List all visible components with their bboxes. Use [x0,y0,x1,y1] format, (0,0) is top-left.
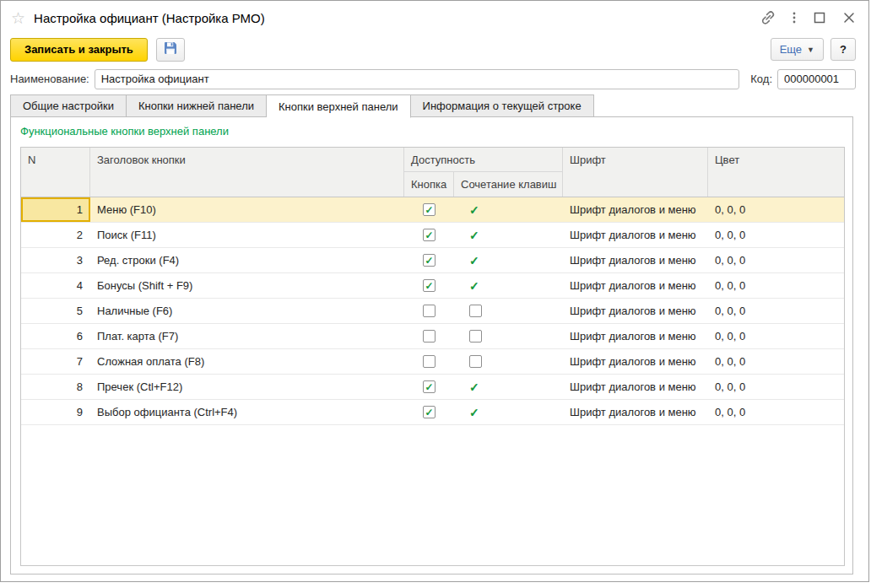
tab-current-row-info[interactable]: Информация о текущей строке [411,94,594,117]
column-header-n: N [21,148,90,197]
font-cell: Шрифт диалогов и меню [563,324,708,348]
font-cell: Шрифт диалогов и меню [563,197,708,222]
font-cell: Шрифт диалогов и меню [563,248,708,272]
font-cell: Шрифт диалогов и меню [563,273,708,298]
checkbox-unchecked-icon[interactable] [469,330,482,343]
button-caption-cell: Плат. карта (F7) [90,324,404,348]
table-row[interactable]: 9 Выбор официанта (Ctrl+F4) ✓ ✓ Шрифт ди… [21,400,844,425]
row-number-cell: 2 [21,223,90,247]
tab-top-panel-buttons[interactable]: Кнопки верхней панели [267,94,411,118]
row-number-cell: 5 [21,299,90,323]
shortcut-enabled-cell [454,349,563,374]
checkbox-checked-icon[interactable]: ✓ [423,203,436,216]
button-caption-cell: Ред. строки (F4) [90,248,404,272]
button-enabled-cell: ✓ [404,375,454,399]
table-row[interactable]: 3 Ред. строки (F4) ✓ ✓ Шрифт диалогов и … [21,248,844,273]
row-number-cell: 9 [21,400,90,424]
maximize-icon[interactable] [812,10,827,25]
font-cell: Шрифт диалогов и меню [563,375,708,399]
color-cell: 0, 0, 0 [708,400,844,424]
check-mark-icon[interactable]: ✓ [469,255,479,267]
table-header: N Заголовок кнопки Доступность Кнопка Со… [21,148,844,197]
checkbox-unchecked-icon[interactable] [423,330,436,343]
more-button[interactable]: Еще ▼ [771,38,824,61]
checkbox-checked-icon[interactable]: ✓ [423,380,436,393]
tab-bottom-panel-buttons[interactable]: Кнопки нижней панели [127,94,267,117]
button-caption-cell: Бонусы (Shift + F9) [90,273,404,298]
font-cell: Шрифт диалогов и меню [563,223,708,247]
table-row[interactable]: 2 Поиск (F11) ✓ ✓ Шрифт диалогов и меню … [21,223,844,248]
shortcut-enabled-cell: ✓ [454,197,563,222]
close-icon[interactable] [841,10,857,25]
column-header-shortcut: Сочетание клавиш [454,172,563,197]
floppy-disk-icon [162,40,179,59]
button-enabled-cell: ✓ [404,400,454,424]
section-heading: Функциональные кнопки верхней панели [20,125,229,138]
table-row[interactable]: 7 Сложная оплата (F8) Шрифт диалогов и м… [21,349,844,375]
check-mark-icon[interactable]: ✓ [469,407,479,418]
title-bar: ☆ Настройка официант (Настройка РМО) [1,1,868,35]
font-cell: Шрифт диалогов и меню [563,349,708,374]
check-mark-icon[interactable]: ✓ [469,280,479,292]
help-button[interactable]: ? [830,38,856,61]
font-cell: Шрифт диалогов и меню [563,400,708,424]
button-enabled-cell [404,349,454,374]
button-enabled-cell: ✓ [404,223,454,247]
column-header-font: Шрифт [563,148,708,197]
checkbox-unchecked-icon[interactable] [423,305,436,317]
checkbox-unchecked-icon[interactable] [469,355,482,368]
checkbox-unchecked-icon[interactable] [469,305,482,317]
shortcut-enabled-cell: ✓ [454,223,563,247]
app-window: ☆ Настройка официант (Настройка РМО) [0,0,869,582]
checkbox-checked-icon[interactable]: ✓ [423,406,436,418]
code-label: Код: [750,73,772,85]
favorite-star-icon[interactable]: ☆ [11,10,25,26]
checkbox-checked-icon[interactable]: ✓ [423,254,436,267]
table-row[interactable]: 5 Наличные (F6) Шрифт диалогов и меню 0,… [21,299,844,324]
check-mark-icon[interactable]: ✓ [469,204,479,216]
row-number-cell: 4 [21,273,90,298]
name-field[interactable] [95,69,740,89]
color-cell: 0, 0, 0 [708,324,844,348]
more-button-label: Еще [780,43,802,56]
color-cell: 0, 0, 0 [708,349,844,374]
button-caption-cell: Пречек (Ctl+F12) [90,375,404,399]
color-cell: 0, 0, 0 [708,273,844,298]
shortcut-enabled-cell: ✓ [454,248,563,272]
column-header-button: Кнопка [404,172,454,197]
table-row[interactable]: 8 Пречек (Ctl+F12) ✓ ✓ Шрифт диалогов и … [21,375,844,400]
color-cell: 0, 0, 0 [708,197,844,222]
check-mark-icon[interactable]: ✓ [469,229,479,241]
form-row: Наименование: Код: [10,68,856,89]
color-cell: 0, 0, 0 [708,299,844,323]
button-enabled-cell: ✓ [404,273,454,298]
button-caption-cell: Меню (F10) [90,197,404,222]
tab-general-settings[interactable]: Общие настройки [10,94,127,117]
column-header-availability: Доступность [404,148,563,172]
save-and-close-button[interactable]: Записать и закрыть [10,38,148,62]
table-row[interactable]: 6 Плат. карта (F7) Шрифт диалогов и меню… [21,324,844,349]
button-enabled-cell [404,299,454,323]
button-enabled-cell [404,324,454,348]
window-menu-dots-icon[interactable] [791,9,798,26]
color-cell: 0, 0, 0 [708,248,844,272]
save-button[interactable] [156,38,185,62]
buttons-table: N Заголовок кнопки Доступность Кнопка Со… [20,147,845,566]
checkbox-unchecked-icon[interactable] [423,355,436,368]
table-row[interactable]: 4 Бонусы (Shift + F9) ✓ ✓ Шрифт диалогов… [21,273,844,299]
row-number-cell: 7 [21,349,90,374]
button-enabled-cell: ✓ [404,248,454,272]
table-row[interactable]: 1 Меню (F10) ✓ ✓ Шрифт диалогов и меню 0… [21,197,844,223]
shortcut-enabled-cell: ✓ [454,400,563,424]
check-mark-icon[interactable]: ✓ [469,381,479,393]
checkbox-checked-icon[interactable]: ✓ [423,279,436,292]
row-number-cell: 8 [21,375,90,399]
shortcut-enabled-cell [454,299,563,323]
get-link-icon[interactable] [760,9,776,26]
button-caption-cell: Наличные (F6) [90,299,404,323]
table-body: 1 Меню (F10) ✓ ✓ Шрифт диалогов и меню 0… [21,197,844,425]
row-number-cell: 1 [21,197,90,222]
code-field[interactable] [777,69,856,89]
checkbox-checked-icon[interactable]: ✓ [423,229,436,241]
button-enabled-cell: ✓ [404,197,454,222]
